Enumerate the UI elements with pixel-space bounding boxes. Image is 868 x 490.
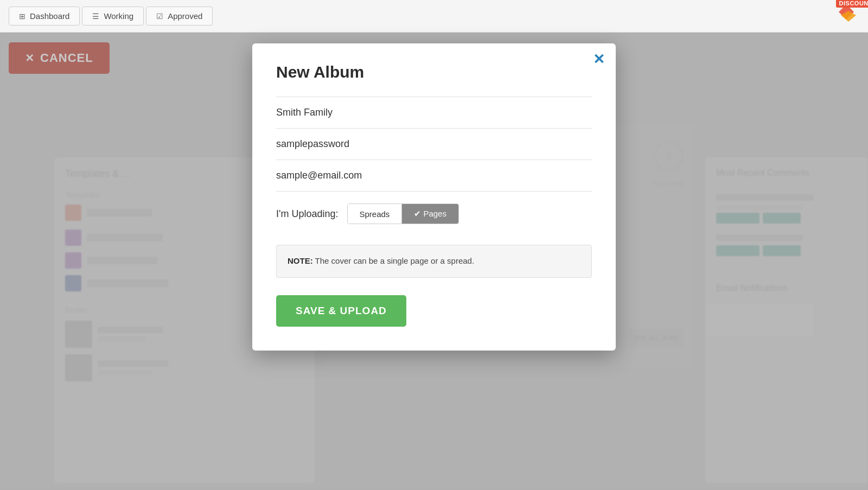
modal-title: New Album	[276, 63, 592, 81]
password-field: samplepassword	[276, 128, 592, 160]
email-value: sample@email.com	[276, 170, 362, 181]
album-name-value: Smith Family	[276, 107, 333, 118]
album-name-field: Smith Family	[276, 97, 592, 128]
uploading-label: I'm Uploading:	[276, 208, 339, 220]
email-field: sample@email.com	[276, 160, 592, 191]
close-icon: ✕	[593, 51, 605, 67]
modal-close-button[interactable]: ✕	[593, 52, 605, 66]
modal-dialog: ✕ New Album Smith Family samplepassword …	[252, 43, 616, 351]
uploading-row: I'm Uploading: Spreads ✔Pages	[276, 191, 592, 234]
top-nav: ⊞ Dashboard ☰ Working ☑ Approved DISCOUN…	[0, 0, 868, 33]
grid-icon: ⊞	[19, 12, 25, 21]
tab-approved-label: Approved	[168, 11, 202, 21]
file-icon: ☰	[92, 12, 99, 21]
tab-working-label: Working	[104, 11, 133, 21]
pages-button[interactable]: ✔Pages	[401, 204, 458, 224]
note-text: The cover can be a single page or a spre…	[313, 256, 474, 265]
logo-area: DISCOUNT	[833, 2, 859, 30]
note-bold: NOTE:	[288, 256, 313, 265]
save-upload-label: SAVE & UPLOAD	[296, 305, 387, 316]
tab-dashboard[interactable]: ⊞ Dashboard	[9, 7, 80, 26]
save-upload-button[interactable]: SAVE & UPLOAD	[276, 295, 406, 327]
password-value: samplepassword	[276, 138, 349, 149]
upload-type-toggle: Spreads ✔Pages	[347, 203, 459, 224]
check-mark-icon: ✔	[414, 209, 421, 218]
check-icon: ☑	[156, 12, 163, 21]
pages-label: Pages	[423, 209, 446, 218]
spreads-label: Spreads	[360, 209, 390, 219]
spreads-button[interactable]: Spreads	[348, 204, 402, 224]
note-box: NOTE: The cover can be a single page or …	[276, 245, 592, 278]
logo-wrapper: DISCOUNT	[833, 2, 859, 30]
discount-badge: DISCOUNT	[836, 0, 868, 8]
tab-approved[interactable]: ☑ Approved	[146, 7, 213, 26]
tab-working[interactable]: ☰ Working	[82, 7, 144, 26]
modal-overlay: ✕ New Album Smith Family samplepassword …	[0, 33, 868, 490]
tab-dashboard-label: Dashboard	[30, 11, 69, 21]
